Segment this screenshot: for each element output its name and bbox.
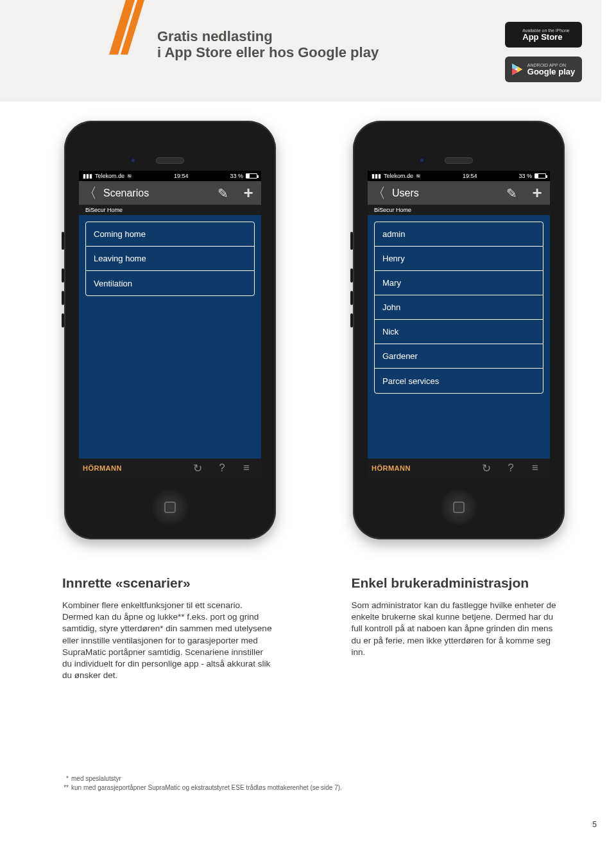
column-heading-users: Enkel brukeradministrasjon	[352, 575, 564, 591]
footnote-text: med spesialutstyr	[71, 774, 121, 783]
wifi-icon: ≋	[127, 173, 132, 179]
help-icon: ?	[219, 462, 225, 475]
clock: 19:54	[463, 173, 477, 179]
help-icon: ?	[508, 462, 513, 475]
help-button[interactable]: ?	[211, 460, 233, 476]
clock: 19:54	[174, 173, 189, 179]
users-list: admin Henry Mary John Nick Gardener Parc…	[374, 222, 543, 394]
sub-header: BiSecur Home	[79, 205, 261, 215]
footnote-mark: **	[62, 783, 71, 792]
home-button[interactable]	[441, 489, 477, 525]
list-item[interactable]: Gardener	[375, 344, 543, 369]
google-play-big: Google play	[527, 67, 575, 76]
column-body-users: Som administrator kan du fastlegge hvilk…	[352, 600, 564, 658]
refresh-button[interactable]: ↻	[187, 460, 209, 476]
menu-button[interactable]: ≡	[235, 460, 257, 476]
carrier-label: Telekom.de	[95, 173, 124, 179]
chevron-left-icon: 〈	[83, 184, 97, 203]
edit-button[interactable]: ✎	[210, 181, 235, 205]
pencil-icon: ✎	[218, 186, 228, 201]
google-play-icon	[512, 64, 522, 75]
phone-mockup-users: ▮▮▮ Telekom.de ≋ 19:54 33 % 〈 Users	[353, 121, 565, 539]
brand-logo: HÖRMANN	[372, 464, 411, 472]
footnote-text: kun med garasjeportåpner SupraMatic og e…	[71, 783, 342, 792]
list-item[interactable]: Leaving home	[86, 247, 254, 271]
status-bar: ▮▮▮ Telekom.de ≋ 19:54 33 %	[368, 171, 550, 181]
header-title-line1: Gratis nedlasting	[157, 28, 273, 44]
battery-icon	[246, 173, 257, 179]
svg-marker-5	[517, 66, 522, 73]
footnote-mark: *	[62, 774, 71, 783]
menu-icon: ≡	[243, 462, 250, 475]
plus-icon: +	[532, 183, 542, 203]
header-title-line2: i App Store eller hos Google play	[157, 44, 379, 60]
menu-icon: ≡	[532, 462, 538, 475]
back-button[interactable]: 〈	[368, 181, 389, 205]
header-title: Gratis nedlasting i App Store eller hos …	[157, 28, 379, 61]
list-item[interactable]: Mary	[375, 271, 543, 295]
footnotes: * med spesialutstyr ** kun med garasjepo…	[62, 774, 342, 792]
plus-icon: +	[243, 183, 253, 203]
scenario-list: Coming home Leaving home Ventilation	[85, 222, 255, 296]
status-bar: ▮▮▮ Telekom.de ≋ 19:54 33 %	[79, 171, 261, 181]
column-body-scenarios: Kombiner flere enkeltfunksjoner til ett …	[62, 600, 275, 682]
menu-button[interactable]: ≡	[524, 460, 546, 476]
back-button[interactable]: 〈	[79, 181, 101, 205]
carrier-label: Telekom.de	[384, 173, 413, 179]
pencil-icon: ✎	[506, 186, 517, 201]
brand-logo: HÖRMANN	[83, 464, 122, 472]
battery-percent: 33 %	[518, 173, 532, 179]
phone-mockup-scenarios: ▮▮▮ Telekom.de ≋ 19:54 33 % 〈 Scenarios	[64, 121, 276, 539]
list-item[interactable]: Henry	[375, 247, 543, 271]
app-store-big: App Store	[522, 33, 569, 41]
column-heading-scenarios: Innrette «scenarier»	[62, 575, 275, 591]
signal-icon: ▮▮▮	[372, 173, 381, 179]
page-number: 5	[592, 820, 597, 829]
brand-slash-graphic	[109, 0, 144, 55]
refresh-button[interactable]: ↻	[475, 460, 497, 476]
list-item[interactable]: Parcel services	[375, 369, 543, 393]
nav-title: Scenarios	[103, 188, 149, 199]
add-button[interactable]: +	[524, 181, 550, 205]
list-item[interactable]: Ventilation	[86, 271, 254, 295]
refresh-icon: ↻	[193, 462, 202, 475]
google-play-badge[interactable]: ANDROID APP ON Google play	[505, 57, 582, 82]
wifi-icon: ≋	[416, 173, 421, 179]
app-store-badge[interactable]: Available on the iPhone App Store	[505, 22, 582, 48]
battery-percent: 33 %	[230, 173, 243, 179]
home-button[interactable]	[152, 489, 188, 525]
sub-header: BiSecur Home	[368, 205, 550, 215]
help-button[interactable]: ?	[500, 460, 522, 476]
list-item[interactable]: Nick	[375, 320, 543, 344]
list-item[interactable]: Coming home	[86, 222, 254, 247]
battery-icon	[535, 173, 546, 179]
signal-icon: ▮▮▮	[83, 173, 92, 179]
refresh-icon: ↻	[482, 462, 491, 475]
nav-title: Users	[392, 188, 419, 199]
edit-button[interactable]: ✎	[499, 181, 524, 205]
list-item[interactable]: admin	[375, 222, 543, 247]
list-item[interactable]: John	[375, 295, 543, 320]
chevron-left-icon: 〈	[372, 184, 386, 203]
add-button[interactable]: +	[235, 181, 261, 205]
